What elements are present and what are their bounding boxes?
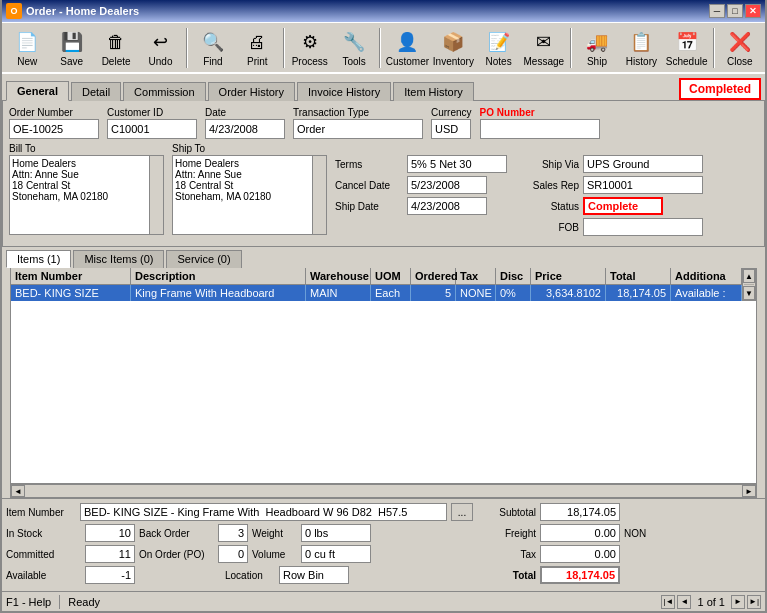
tab-item-history[interactable]: Item History (393, 82, 474, 101)
freight-field[interactable] (540, 524, 620, 542)
po-number-field[interactable] (480, 119, 600, 139)
status-field[interactable] (583, 197, 663, 215)
message-button[interactable]: ✉ Message (522, 25, 566, 70)
sales-rep-row: Sales Rep (519, 176, 703, 194)
ship-date-field[interactable] (407, 197, 487, 215)
table-row[interactable]: BED- KING SIZE King Frame With Headboard… (11, 285, 742, 301)
ship-via-row: Ship Via (519, 155, 703, 173)
total-field[interactable] (540, 566, 620, 584)
order-number-field[interactable] (9, 119, 99, 139)
process-button[interactable]: ⚙ Process (289, 25, 331, 70)
on-order-field[interactable] (218, 545, 248, 563)
scroll-down-button[interactable]: ▼ (743, 286, 755, 300)
available-label: Available (6, 570, 81, 581)
grid-header: Item Number Description Warehouse UOM Or… (11, 268, 742, 285)
transaction-type-group: Transaction Type (293, 107, 423, 139)
last-page-button[interactable]: ►| (747, 595, 761, 609)
currency-field[interactable] (431, 119, 471, 139)
grid-vertical-scrollbar[interactable]: ▲ ▼ (742, 268, 756, 301)
customer-button[interactable]: 👤 Customer (385, 25, 429, 70)
subtab-service[interactable]: Service (0) (166, 250, 241, 268)
app-icon: O (6, 3, 22, 19)
col-header-ordered: Ordered (411, 268, 456, 284)
toolbar-separator-2 (283, 28, 285, 68)
subtotal-field[interactable] (540, 503, 620, 521)
committed-field[interactable] (85, 545, 135, 563)
notes-button[interactable]: 📝 Notes (477, 25, 519, 70)
print-button[interactable]: 🖨 Print (236, 25, 278, 70)
tab-order-history[interactable]: Order History (208, 82, 295, 101)
bottom-right: Subtotal Freight NON Tax Total (481, 503, 761, 587)
bill-to-scrollbar[interactable] (149, 156, 163, 234)
cell-price: 3,634.8102 (531, 285, 606, 301)
grid-horizontal-scrollbar[interactable]: ◄ ► (10, 484, 757, 498)
ship-icon: 🚚 (583, 28, 611, 56)
subtab-bar: Items (1) Misc Items (0) Service (0) (2, 247, 765, 268)
tab-detail[interactable]: Detail (71, 82, 121, 101)
ship-via-field[interactable] (583, 155, 703, 173)
close-window-button[interactable]: ✕ (745, 4, 761, 18)
terms-row: Terms (335, 155, 507, 173)
close-icon: ❌ (726, 28, 754, 56)
cancel-date-row: Cancel Date (335, 176, 507, 194)
maximize-button[interactable]: □ (727, 4, 743, 18)
find-button[interactable]: 🔍 Find (192, 25, 234, 70)
cell-additional: Available : (671, 285, 742, 301)
schedule-button[interactable]: 📅 Schedule (665, 25, 709, 70)
transaction-type-field[interactable] (293, 119, 423, 139)
col-header-uom: UOM (371, 268, 411, 284)
terms-field[interactable] (407, 155, 507, 173)
freight-row: Freight NON (481, 524, 761, 542)
tab-commission[interactable]: Commission (123, 82, 206, 101)
history-icon: 📋 (627, 28, 655, 56)
tools-button[interactable]: 🔧 Tools (333, 25, 375, 70)
sales-rep-field[interactable] (583, 176, 703, 194)
history-button[interactable]: 📋 History (620, 25, 662, 70)
subtotal-label: Subtotal (481, 507, 536, 518)
hscroll-right-button[interactable]: ► (742, 485, 756, 497)
bill-to-line1: Home Dealers (12, 158, 161, 169)
close-button[interactable]: ❌ Close (719, 25, 761, 70)
new-button[interactable]: 📄 New (6, 25, 48, 70)
scroll-up-button[interactable]: ▲ (743, 269, 755, 283)
first-page-button[interactable]: |◄ (661, 595, 675, 609)
customer-id-field[interactable] (107, 119, 197, 139)
subtab-misc-items[interactable]: Misc Items (0) (73, 250, 164, 268)
tab-general[interactable]: General (6, 81, 69, 101)
cell-disc: 0% (496, 285, 531, 301)
col-header-price: Price (531, 268, 606, 284)
cell-item-number: BED- KING SIZE (11, 285, 131, 301)
subtab-items[interactable]: Items (1) (6, 250, 71, 268)
volume-field[interactable] (301, 545, 371, 563)
location-field[interactable] (279, 566, 349, 584)
fob-field[interactable] (583, 218, 703, 236)
in-stock-field[interactable] (85, 524, 135, 542)
cancel-date-field[interactable] (407, 176, 487, 194)
minimize-button[interactable]: ─ (709, 4, 725, 18)
next-page-button[interactable]: ► (731, 595, 745, 609)
cell-tax: NONE (456, 285, 496, 301)
prev-page-button[interactable]: ◄ (677, 595, 691, 609)
tab-invoice-history[interactable]: Invoice History (297, 82, 391, 101)
item-number-bottom-field[interactable] (80, 503, 447, 521)
tax-field[interactable] (540, 545, 620, 563)
tools-icon: 🔧 (340, 28, 368, 56)
back-order-label: Back Order (139, 528, 214, 539)
bottom-area: Item Number ... In Stock Back Order Weig… (2, 498, 765, 591)
hscroll-left-button[interactable]: ◄ (11, 485, 25, 497)
date-field[interactable] (205, 119, 285, 139)
browse-button[interactable]: ... (451, 503, 473, 521)
delete-button[interactable]: 🗑 Delete (95, 25, 137, 70)
undo-button[interactable]: ↩ Undo (139, 25, 181, 70)
inventory-button[interactable]: 📦 Inventory (431, 25, 475, 70)
scroll-thumb[interactable] (744, 284, 754, 285)
back-order-field[interactable] (218, 524, 248, 542)
ship-to-scrollbar[interactable] (312, 156, 326, 234)
customer-id-group: Customer ID (107, 107, 197, 139)
save-button[interactable]: 💾 Save (50, 25, 92, 70)
main-tab-bar: General Detail Commission Order History … (2, 74, 765, 100)
inventory-icon: 📦 (439, 28, 467, 56)
weight-field[interactable] (301, 524, 371, 542)
available-field[interactable] (85, 566, 135, 584)
ship-button[interactable]: 🚚 Ship (576, 25, 618, 70)
